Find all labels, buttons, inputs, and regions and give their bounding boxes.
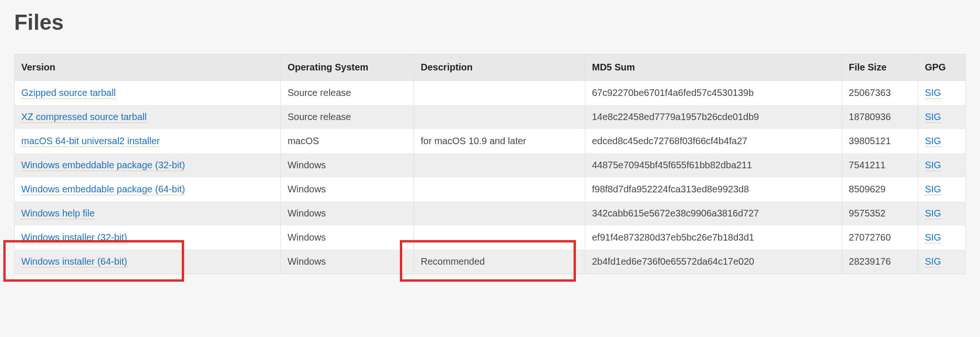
cell-os: Source release bbox=[281, 105, 414, 129]
cell-description bbox=[414, 81, 585, 105]
version-link[interactable]: Gzipped source tarball bbox=[21, 87, 116, 99]
header-md5: MD5 Sum bbox=[585, 54, 842, 81]
table-row: Windows installer (32-bit)Windowsef91f4e… bbox=[15, 225, 966, 250]
sig-link[interactable]: SIG bbox=[925, 184, 941, 195]
cell-version: Windows help file bbox=[15, 201, 281, 225]
cell-md5: 342cabb615e5672e38c9906a3816d727 bbox=[585, 201, 842, 225]
header-version: Version bbox=[15, 54, 281, 81]
table-header-row: Version Operating System Description MD5… bbox=[15, 54, 966, 81]
cell-md5: 2b4fd1ed6e736f0e65572da64c17e020 bbox=[585, 250, 842, 274]
cell-gpg: SIG bbox=[918, 81, 966, 105]
table-row: Windows embeddable package (32-bit)Windo… bbox=[15, 153, 966, 177]
cell-description bbox=[414, 201, 585, 225]
cell-os: Source release bbox=[281, 81, 414, 105]
version-link[interactable]: Windows installer (64-bit) bbox=[21, 256, 127, 268]
header-description: Description bbox=[414, 54, 585, 81]
cell-size: 27072760 bbox=[842, 225, 918, 250]
cell-md5: 14e8c22458ed7779a1957b26cde01db9 bbox=[585, 105, 842, 129]
table-row: Windows help fileWindows342cabb615e5672e… bbox=[15, 201, 966, 225]
cell-size: 7541211 bbox=[842, 153, 918, 177]
table-row: XZ compressed source tarballSource relea… bbox=[15, 105, 966, 129]
version-link[interactable]: Windows installer (32-bit) bbox=[21, 232, 127, 243]
cell-size: 39805121 bbox=[842, 129, 918, 153]
cell-md5: f98f8d7dfa952224fca313ed8e9923d8 bbox=[585, 177, 842, 201]
cell-gpg: SIG bbox=[918, 225, 966, 250]
cell-size: 28239176 bbox=[842, 250, 918, 274]
cell-description bbox=[414, 225, 585, 250]
cell-size: 25067363 bbox=[842, 81, 918, 105]
version-link[interactable]: Windows help file bbox=[21, 208, 95, 219]
cell-size: 18780936 bbox=[842, 105, 918, 129]
cell-gpg: SIG bbox=[918, 105, 966, 129]
cell-description bbox=[414, 153, 585, 177]
cell-version: Windows installer (32-bit) bbox=[15, 225, 281, 250]
cell-md5: 44875e70945bf45f655f61bb82dba211 bbox=[585, 153, 842, 177]
header-size: File Size bbox=[842, 54, 918, 81]
cell-md5: 67c92270be6701f4a6fed57c4530139b bbox=[585, 81, 842, 105]
sig-link[interactable]: SIG bbox=[925, 112, 941, 123]
sig-link[interactable]: SIG bbox=[925, 208, 941, 219]
cell-size: 8509629 bbox=[842, 177, 918, 201]
cell-version: Windows installer (64-bit) bbox=[15, 250, 281, 274]
version-link[interactable]: Windows embeddable package (32-bit) bbox=[21, 160, 185, 171]
cell-version: macOS 64-bit universal2 installer bbox=[15, 129, 281, 153]
files-table: Version Operating System Description MD5… bbox=[14, 54, 966, 274]
cell-os: Windows bbox=[281, 153, 414, 177]
cell-gpg: SIG bbox=[918, 153, 966, 177]
version-link[interactable]: XZ compressed source tarball bbox=[21, 112, 147, 123]
cell-os: macOS bbox=[281, 129, 414, 153]
cell-gpg: SIG bbox=[918, 177, 966, 201]
cell-description: Recommended bbox=[414, 250, 585, 274]
version-link[interactable]: macOS 64-bit universal2 installer bbox=[21, 136, 160, 147]
header-os: Operating System bbox=[281, 54, 414, 81]
cell-description bbox=[414, 105, 585, 129]
cell-os: Windows bbox=[281, 177, 414, 201]
cell-gpg: SIG bbox=[918, 201, 966, 225]
cell-version: Windows embeddable package (32-bit) bbox=[15, 153, 281, 177]
sig-link[interactable]: SIG bbox=[925, 136, 941, 147]
sig-link[interactable]: SIG bbox=[925, 256, 941, 268]
cell-description bbox=[414, 177, 585, 201]
table-row: Windows installer (64-bit)WindowsRecomme… bbox=[15, 250, 966, 274]
page-title: Files bbox=[14, 9, 966, 35]
cell-md5: edced8c45edc72768f03f66cf4b4fa27 bbox=[585, 129, 842, 153]
version-link[interactable]: Windows embeddable package (64-bit) bbox=[21, 184, 185, 195]
table-row: Windows embeddable package (64-bit)Windo… bbox=[15, 177, 966, 201]
table-row: Gzipped source tarballSource release67c9… bbox=[15, 81, 966, 105]
sig-link[interactable]: SIG bbox=[925, 87, 941, 99]
sig-link[interactable]: SIG bbox=[925, 232, 941, 243]
cell-description: for macOS 10.9 and later bbox=[414, 129, 585, 153]
header-gpg: GPG bbox=[918, 54, 966, 81]
table-row: macOS 64-bit universal2 installermacOSfo… bbox=[15, 129, 966, 153]
cell-os: Windows bbox=[281, 201, 414, 225]
cell-version: Gzipped source tarball bbox=[15, 81, 281, 105]
cell-os: Windows bbox=[281, 225, 414, 250]
cell-gpg: SIG bbox=[918, 250, 966, 274]
cell-md5: ef91f4e873280d37eb5bc26e7b18d3d1 bbox=[585, 225, 842, 250]
cell-size: 9575352 bbox=[842, 201, 918, 225]
cell-version: XZ compressed source tarball bbox=[15, 105, 281, 129]
cell-version: Windows embeddable package (64-bit) bbox=[15, 177, 281, 201]
cell-os: Windows bbox=[281, 250, 414, 274]
sig-link[interactable]: SIG bbox=[925, 160, 941, 171]
cell-gpg: SIG bbox=[918, 129, 966, 153]
